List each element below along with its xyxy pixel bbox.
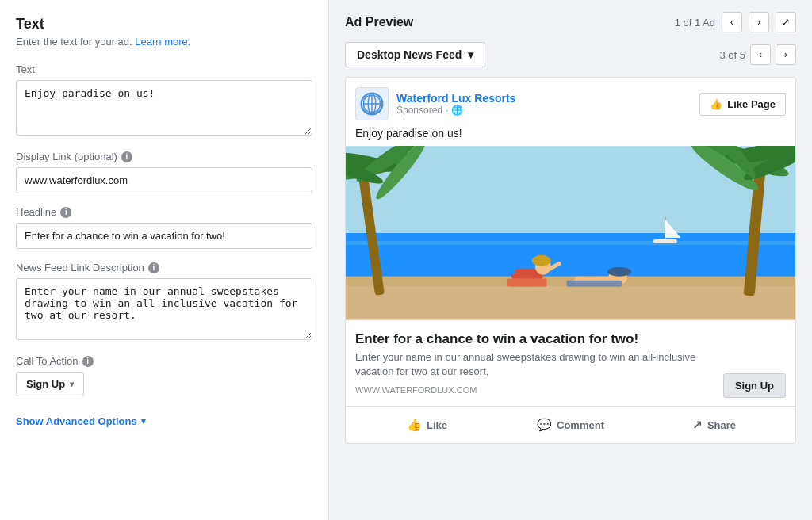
text-label: Text (16, 63, 312, 75)
display-link-input[interactable]: www.waterfordlux.com (16, 167, 312, 193)
preview-nav: 1 of 1 Ad ‹ › ⤢ (675, 12, 796, 32)
feed-nav: 3 of 5 ‹ › (719, 44, 796, 65)
ad-card: Waterford Lux Resorts Sponsored · 🌐 👍 Li… (345, 77, 796, 444)
ad-cta-button[interactable]: Sign Up (723, 373, 786, 398)
text-input[interactable]: Enjoy paradise on us! (16, 80, 312, 136)
feed-chevron-right-icon: › (784, 49, 787, 60)
cta-label: Call To Action i (16, 355, 312, 367)
ad-url: WWW.WATERFORDLUX.COM (355, 385, 723, 395)
like-action-icon: 👍 (407, 418, 422, 432)
ad-header: Waterford Lux Resorts Sponsored · 🌐 👍 Li… (346, 78, 795, 127)
description-field-group: News Feed Link Description i Enter your … (16, 262, 312, 342)
svg-rect-36 (508, 279, 547, 287)
preview-title: Ad Preview (345, 15, 413, 29)
share-action-button[interactable]: ↗ Share (642, 411, 786, 438)
like-page-button[interactable]: 👍 Like Page (699, 93, 786, 116)
cta-chevron-icon: ▾ (70, 380, 74, 388)
chevron-right-icon: › (757, 17, 760, 28)
ad-description: Enter your name in our annual sweepstake… (355, 350, 723, 379)
right-panel: Ad Preview 1 of 1 Ad ‹ › ⤢ Desktop News … (329, 0, 812, 520)
text-field-group: Text Enjoy paradise on us! (16, 63, 312, 138)
feed-selector-button[interactable]: Desktop News Feed ▾ (345, 42, 485, 67)
svg-rect-23 (653, 239, 677, 243)
headline-input[interactable]: Enter for a chance to win a vacation for… (16, 223, 312, 249)
headline-label: Headline i (16, 206, 312, 218)
ad-headline: Enter for a chance to win a vacation for… (355, 331, 723, 347)
display-link-info-icon[interactable]: i (121, 151, 132, 162)
feed-chevron-left-icon: ‹ (759, 49, 762, 60)
description-label: News Feed Link Description i (16, 262, 312, 273)
headline-field-group: Headline i Enter for a chance to win a v… (16, 206, 312, 249)
svg-point-30 (532, 255, 551, 266)
expand-button[interactable]: ⤢ (776, 12, 796, 32)
cta-value: Sign Up (26, 378, 65, 390)
headline-info-icon[interactable]: i (60, 207, 71, 218)
svg-rect-35 (610, 269, 630, 273)
cta-info-icon[interactable]: i (82, 356, 94, 367)
ad-sponsored: Sponsored · 🌐 (396, 105, 691, 116)
cta-section: Call To Action i Sign Up ▾ (16, 355, 312, 396)
svg-rect-37 (567, 281, 622, 287)
ad-actions: 👍 Like 💬 Comment ↗ Share (346, 407, 795, 443)
learn-more-link[interactable]: Learn more. (135, 36, 190, 48)
section-title: Text (16, 16, 312, 32)
expand-icon: ⤢ (782, 17, 790, 28)
feed-count: 3 of 5 (719, 49, 745, 61)
preview-next-button[interactable]: › (749, 12, 769, 32)
page-logo-icon (356, 87, 388, 120)
feed-selector-label: Desktop News Feed (357, 48, 462, 61)
chevron-left-icon: ‹ (730, 17, 733, 28)
ad-image (346, 146, 795, 323)
ad-content-text: Enter for a chance to win a vacation for… (355, 331, 723, 398)
svg-rect-7 (346, 233, 795, 281)
show-advanced-label: Show Advanced Options (16, 415, 137, 427)
svg-rect-8 (346, 241, 795, 245)
like-action-button[interactable]: 👍 Like (355, 411, 499, 438)
ad-content-box: Enter for a chance to win a vacation for… (346, 323, 795, 407)
share-action-icon: ↗ (692, 418, 703, 432)
globe-icon: 🌐 (451, 105, 463, 116)
section-subtitle: Enter the text for your ad. Learn more. (16, 36, 312, 48)
left-panel: Text Enter the text for your ad. Learn m… (0, 0, 329, 520)
svg-rect-28 (515, 269, 539, 277)
description-input[interactable]: Enter your name in our annual sweepstake… (16, 278, 312, 340)
sponsored-dot: · (446, 105, 448, 116)
ad-page-info: Waterford Lux Resorts Sponsored · 🌐 (396, 92, 691, 116)
comment-action-icon: 💬 (537, 418, 552, 432)
feed-prev-button[interactable]: ‹ (750, 44, 771, 65)
ad-body-text: Enjoy paradise on us! (346, 127, 795, 146)
description-info-icon[interactable]: i (148, 262, 159, 273)
display-link-field-group: Display Link (optional) i www.waterfordl… (16, 151, 312, 193)
preview-prev-button[interactable]: ‹ (722, 12, 742, 32)
advanced-arrow-icon: ▾ (141, 416, 146, 426)
comment-action-button[interactable]: 💬 Comment (499, 411, 642, 438)
ad-content-row: Enter for a chance to win a vacation for… (355, 331, 786, 398)
cta-dropdown-button[interactable]: Sign Up ▾ (16, 372, 84, 396)
beach-image-svg (346, 146, 795, 320)
like-page-thumbs-icon: 👍 (710, 98, 722, 110)
preview-header: Ad Preview 1 of 1 Ad ‹ › ⤢ (345, 12, 796, 32)
show-advanced-options[interactable]: Show Advanced Options ▾ (16, 415, 312, 427)
feed-selector-row: Desktop News Feed ▾ 3 of 5 ‹ › (345, 42, 796, 67)
ad-avatar (355, 87, 389, 120)
feed-selector-chevron-icon: ▾ (468, 48, 473, 61)
display-link-label: Display Link (optional) i (16, 151, 312, 162)
preview-count: 1 of 1 Ad (675, 17, 715, 29)
ad-page-name[interactable]: Waterford Lux Resorts (396, 92, 691, 105)
feed-next-button[interactable]: › (776, 44, 796, 65)
